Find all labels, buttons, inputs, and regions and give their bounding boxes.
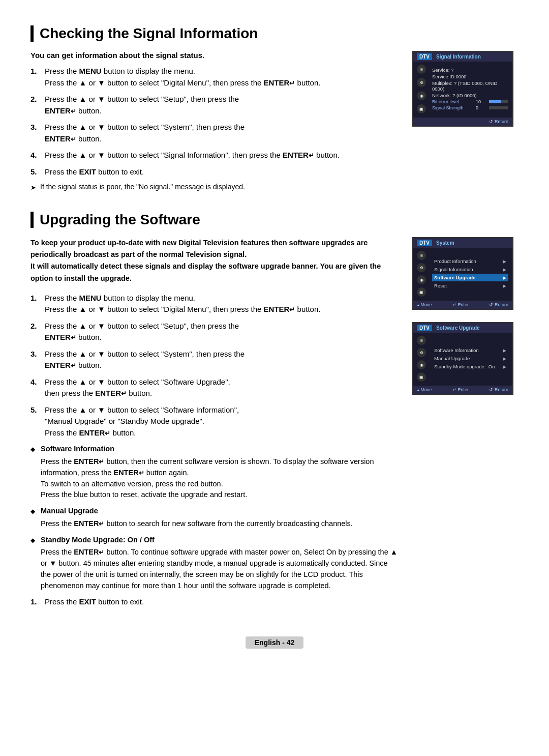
signal-info-screen: DTV Signal Information ⊙ ⚙ ◉ ▣ Service: … [412, 51, 518, 134]
section2-steps: Press the MENU button to display the men… [30, 293, 400, 439]
dtv-label-system: DTV [417, 240, 432, 246]
upg-icon1: ⊙ [417, 336, 426, 345]
menu-software-upgrade-highlighted: Software Upgrade ▶ [432, 274, 508, 281]
screen-title-signal: Signal Information [436, 54, 481, 60]
section1-text: You can get information about the signal… [30, 51, 400, 191]
tv-header-upgrade: DTV Software Upgrade [413, 323, 512, 333]
tv-footer-signal: ↺ Return [413, 118, 512, 126]
menu-software-information: Software Information ▶ [432, 346, 508, 354]
section1-title: Checking the Signal Information [30, 25, 518, 42]
step1-3: Press the ▲ or ▼ button to select "Syste… [30, 122, 400, 144]
tv-row-icons: ⊙ ⚙ ◉ ▣ Service: ? Service ID:0000 Multi… [417, 65, 508, 113]
upgrade-menu-row: ⊙ ⚙ ◉ ▣ Software Information ▶ Manual U [417, 336, 508, 382]
menu-product-info: Product Information ▶ [432, 257, 508, 265]
step1-1: Press the MENU button to display the men… [30, 66, 400, 89]
system-menu-items: Product Information ▶ Signal Information… [432, 257, 508, 290]
section-upgrading-software: Upgrading the Software To keep your prod… [30, 212, 518, 613]
upg-icon2: ⚙ [417, 348, 426, 357]
section2-title: Upgrading the Software [30, 212, 518, 228]
bullet-standby-mode: Standby Mode Upgrade: On / Off Press the… [30, 535, 400, 592]
bit-error-row: Bit error level: 10 [432, 99, 508, 104]
tv-body-signal: ⊙ ⚙ ◉ ▣ Service: ? Service ID:0000 Multi… [413, 62, 512, 118]
upgrade-screenshots: DTV System ⊙ ⚙ ◉ ▣ Product Informat [412, 237, 518, 402]
system-menu-row: ⊙ ⚙ ◉ ▣ Product Information ▶ Signal In [417, 251, 508, 297]
signal-strength-row: Signal Strength: 0 [432, 105, 508, 110]
tv-screen-upgrade: DTV Software Upgrade ⊙ ⚙ ◉ ▣ Softwa [412, 322, 513, 395]
tv-body-system: ⊙ ⚙ ◉ ▣ Product Information ▶ Signal In [413, 248, 512, 301]
section-signal-information: Checking the Signal Information You can … [30, 25, 518, 191]
dtv-label: DTV [417, 53, 432, 60]
upgrade-menu-items: Software Information ▶ Manual Upgrade ▶ … [432, 346, 508, 371]
step2-3: Press the ▲ or ▼ button to select "Syste… [30, 348, 400, 371]
menu-reset: Reset ▶ [432, 282, 508, 289]
section1-steps: Press the MENU button to display the men… [30, 66, 400, 178]
step2-1: Press the MENU button to display the men… [30, 293, 400, 315]
bullet-manual-upgrade: Manual Upgrade Press the ENTER↵ button t… [30, 506, 400, 530]
sys-icon1: ⊙ [417, 251, 426, 260]
tv-icon1: ⊙ [417, 65, 426, 74]
step2-5: Press the ▲ or ▼ button to select "Softw… [30, 404, 400, 439]
tv-screen-signal: DTV Signal Information ⊙ ⚙ ◉ ▣ Service: … [412, 51, 513, 127]
menu-standby-mode: Standby Mode upgrade : On ▶ [432, 363, 508, 370]
tv-footer-upgrade: ⬥ Move ↵ Enter ↺ Return [413, 386, 512, 394]
bullet-title-manual-upgrade: Manual Upgrade [41, 506, 400, 517]
step1-4: Press the ▲ or ▼ button to select "Signa… [30, 150, 400, 161]
tv-footer-system: ⬥ Move ↵ Enter ↺ Return [413, 301, 512, 309]
sys-icon3: ◉ [417, 275, 426, 284]
section1-note: If the signal status is poor, the "No si… [30, 183, 400, 191]
section1-intro: You can get information about the signal… [30, 51, 400, 60]
upg-icon4: ▣ [417, 372, 426, 382]
upg-icon3: ◉ [417, 360, 426, 369]
section2-text: To keep your product up-to-date with new… [30, 237, 400, 613]
bullet-title-software-info: Software Information [41, 444, 400, 455]
tv-icon4: ▣ [417, 104, 426, 113]
sys-icon4: ▣ [417, 287, 426, 297]
dtv-label-upgrade: DTV [417, 325, 432, 331]
screen-title-upgrade: Software Upgrade [436, 325, 480, 331]
page-number: English - 42 [246, 636, 304, 649]
upgrade-intro: To keep your product up-to-date with new… [30, 237, 400, 284]
tv-icon3: ◉ [417, 91, 426, 100]
step2-6: Press the EXIT button to exit. [30, 596, 400, 608]
tv-icon2: ⚙ [417, 78, 426, 87]
step1-2: Press the ▲ or ▼ button to select "Setup… [30, 94, 400, 117]
sys-icon2: ⚙ [417, 263, 426, 272]
section2-step6-list: Press the EXIT button to exit. [30, 596, 400, 608]
step2-4: Press the ▲ or ▼ button to select "Softw… [30, 376, 400, 399]
tv-header-system: DTV System [413, 238, 512, 248]
menu-manual-upgrade: Manual Upgrade ▶ [432, 355, 508, 362]
menu-signal-info: Signal Information ▶ [432, 266, 508, 273]
tv-signal-info: Service: ? Service ID:0000 Multiplex: ? … [432, 67, 508, 111]
bullet-title-standby-mode: Standby Mode Upgrade: On / Off [41, 535, 400, 546]
step2-2: Press the ▲ or ▼ button to select "Setup… [30, 321, 400, 343]
bullet-software-info: Software Information Press the ENTER↵ bu… [30, 444, 400, 501]
screen-title-system: System [436, 240, 454, 246]
step1-5: Press the EXIT button to exit. [30, 166, 400, 178]
bullet-list: Software Information Press the ENTER↵ bu… [30, 444, 400, 591]
tv-header-signal: DTV Signal Information [413, 52, 512, 62]
page-footer: English - 42 [30, 633, 518, 652]
tv-screen-system: DTV System ⊙ ⚙ ◉ ▣ Product Informat [412, 237, 513, 310]
tv-body-upgrade: ⊙ ⚙ ◉ ▣ Software Information ▶ Manual U [413, 333, 512, 386]
